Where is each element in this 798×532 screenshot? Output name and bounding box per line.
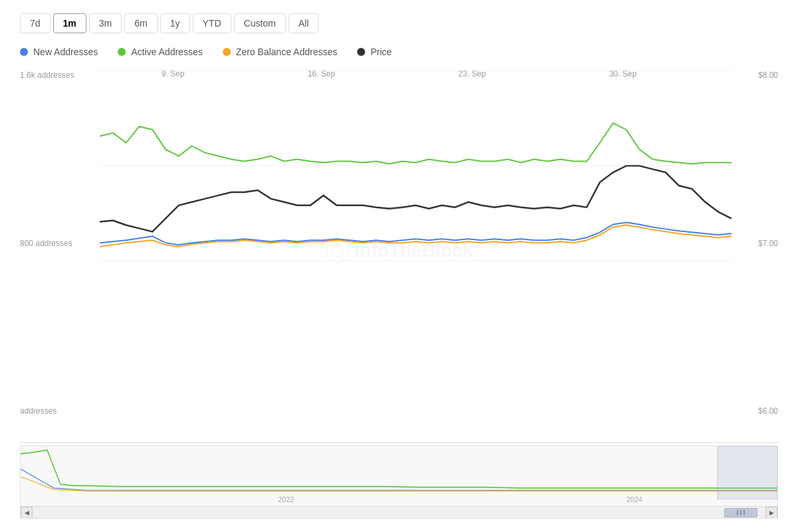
y-left-top: 1.6k addresses xyxy=(20,70,100,80)
btn-3m[interactable]: 3m xyxy=(89,13,122,33)
mini-chart-svg xyxy=(21,446,777,499)
btn-ytd[interactable]: YTD xyxy=(193,13,231,33)
btn-7d[interactable]: 7d xyxy=(20,13,51,33)
legend-label-price: Price xyxy=(370,47,392,57)
scrollbar[interactable]: ◀ ▶ xyxy=(21,506,777,518)
legend-label-new: New Addresses xyxy=(33,47,98,57)
chart-area: IntoTheBlock 1.6k addresses 800 addresse… xyxy=(20,64,778,519)
main-chart: IntoTheBlock 1.6k addresses 800 addresse… xyxy=(20,64,778,443)
btn-all[interactable]: All xyxy=(289,13,319,33)
legend-price: Price xyxy=(357,47,392,57)
legend-dot-active xyxy=(118,48,126,56)
y-right-bot: $6.00 xyxy=(732,406,778,416)
mini-chart[interactable]: 2022 2024 ◀ ▶ xyxy=(20,446,778,519)
y-right-top: $8.00 xyxy=(732,70,778,80)
btn-6m[interactable]: 6m xyxy=(124,13,157,33)
scroll-left-arrow[interactable]: ◀ xyxy=(21,507,33,519)
btn-1m[interactable]: 1m xyxy=(53,13,86,33)
y-axis-right: $8.00 $7.00 $6.00 xyxy=(732,64,778,422)
mini-year-2024: 2024 xyxy=(626,495,642,503)
legend-dot-zero xyxy=(223,48,231,56)
scroll-thumb[interactable] xyxy=(724,508,757,517)
mini-year-2022: 2022 xyxy=(278,495,294,503)
legend-active-addresses: Active Addresses xyxy=(118,47,202,57)
scroll-grip-3 xyxy=(743,510,745,515)
y-axis-left: 1.6k addresses 800 addresses addresses xyxy=(20,64,100,422)
y-left-mid: 800 addresses xyxy=(20,239,100,248)
btn-custom[interactable]: Custom xyxy=(234,13,286,33)
scroll-grip-2 xyxy=(740,510,741,515)
scroll-grip-1 xyxy=(737,510,738,515)
scroll-right-arrow[interactable]: ▶ xyxy=(765,507,777,519)
btn-1y[interactable]: 1y xyxy=(160,13,190,33)
chart-svg xyxy=(100,64,732,275)
legend-dot-new xyxy=(20,48,28,56)
chart-legend: New Addresses Active Addresses Zero Bala… xyxy=(20,47,778,57)
svg-rect-6 xyxy=(718,446,777,499)
legend-label-zero: Zero Balance Addresses xyxy=(236,47,338,57)
legend-new-addresses: New Addresses xyxy=(20,47,98,57)
legend-dot-price xyxy=(357,48,365,56)
legend-label-active: Active Addresses xyxy=(131,47,202,57)
time-range-selector: 7d 1m 3m 6m 1y YTD Custom All xyxy=(20,13,778,33)
y-right-mid: $7.00 xyxy=(732,239,778,248)
y-left-bot: addresses xyxy=(20,406,100,416)
legend-zero-balance: Zero Balance Addresses xyxy=(223,47,338,57)
